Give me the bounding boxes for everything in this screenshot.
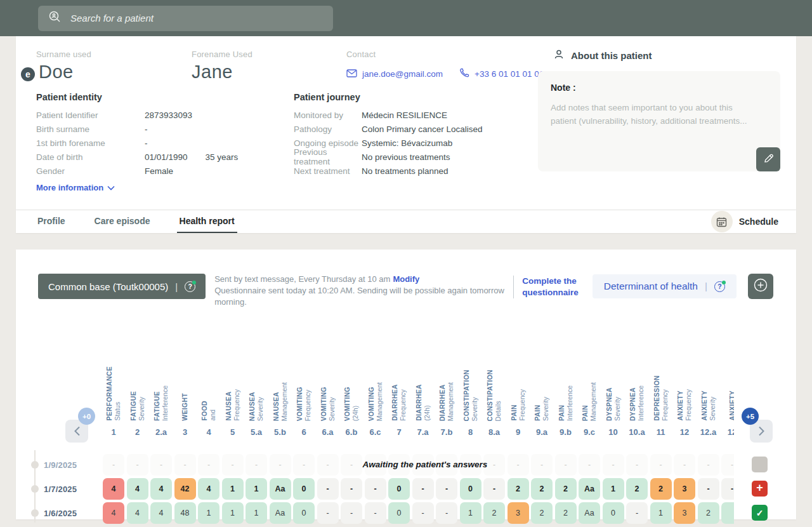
score-cell[interactable]: -	[317, 478, 339, 500]
score-cell[interactable]: 2	[483, 502, 505, 524]
patient-note-box[interactable]: Note : Add notes that seem important to …	[538, 71, 780, 171]
score-cell[interactable]: 4	[127, 502, 148, 524]
tab-care-episode[interactable]: Care episode	[92, 210, 153, 233]
score-cell[interactable]: -	[412, 502, 434, 524]
score-cell[interactable]: 4	[127, 478, 148, 500]
score-cell[interactable]: 0	[293, 502, 315, 524]
score-cell[interactable]: 1	[650, 502, 672, 524]
score-cell[interactable]: 2	[698, 502, 719, 524]
tab-health-report[interactable]: Health report	[177, 210, 237, 233]
score-cell[interactable]: 0	[293, 478, 315, 500]
score-cell[interactable]: Aa	[270, 502, 291, 524]
score-cell[interactable]: 4	[150, 502, 172, 524]
score-cell[interactable]: 1	[222, 478, 244, 500]
column-number: 5	[222, 427, 244, 437]
schedule-button[interactable]: Schedule	[711, 211, 778, 232]
score-cell[interactable]: -	[555, 454, 577, 476]
score-cell[interactable]: Aa	[579, 478, 600, 500]
score-cell[interactable]: 0	[603, 502, 624, 524]
score-cell[interactable]: -	[127, 454, 148, 476]
score-cell[interactable]: 42	[174, 478, 196, 500]
score-cell[interactable]: -	[174, 454, 196, 476]
add-questionnaire-button[interactable]	[748, 274, 773, 299]
more-information-link[interactable]: More information	[36, 183, 115, 192]
score-cell[interactable]: 3	[508, 502, 529, 524]
score-cell[interactable]: 3	[674, 478, 695, 500]
score-cell[interactable]: 2	[508, 478, 529, 500]
score-cell[interactable]: 0	[388, 502, 410, 524]
score-cell[interactable]: -	[222, 454, 244, 476]
score-cell[interactable]: -	[103, 454, 124, 476]
score-cell[interactable]: -	[365, 502, 386, 524]
score-cell[interactable]: 2	[650, 478, 672, 500]
score-cell[interactable]: -	[293, 454, 315, 476]
score-cell[interactable]: 4	[150, 478, 172, 500]
row-status-column: +✓	[752, 454, 768, 527]
score-cell[interactable]: 3	[674, 502, 695, 524]
modify-link[interactable]: Modify	[393, 274, 419, 284]
score-cell[interactable]: -	[412, 478, 434, 500]
score-cell[interactable]: -	[270, 454, 291, 476]
score-cell[interactable]: 1	[603, 478, 624, 500]
score-cell[interactable]: 2	[555, 478, 577, 500]
note-label: Note :	[551, 83, 768, 93]
score-cell[interactable]: -	[650, 454, 672, 476]
patient-phone-link[interactable]: +33 6 01 01 01 01	[475, 69, 544, 79]
row-status-ok-icon[interactable]: ✓	[752, 505, 768, 521]
score-cell[interactable]: 1	[222, 502, 244, 524]
score-cell[interactable]: -	[579, 454, 600, 476]
patient-search[interactable]	[38, 6, 333, 31]
score-cell[interactable]: -	[698, 478, 719, 500]
score-cell[interactable]: -	[483, 478, 505, 500]
score-cell[interactable]: -	[198, 454, 219, 476]
score-cell[interactable]: -	[436, 502, 457, 524]
tab-profile[interactable]: Profile	[35, 210, 68, 233]
score-cell[interactable]: 1	[246, 478, 267, 500]
score-cell[interactable]: Aa	[579, 502, 600, 524]
score-cell[interactable]: 1	[246, 502, 267, 524]
score-cell[interactable]: -	[317, 454, 339, 476]
determinant-of-health-button[interactable]: Determinant of health | ?	[593, 274, 737, 298]
score-cell[interactable]: 2	[555, 502, 577, 524]
score-cell[interactable]: Aa	[270, 478, 291, 500]
score-cell[interactable]	[721, 502, 734, 524]
score-cell[interactable]: -	[246, 454, 267, 476]
score-cell[interactable]: 1	[198, 502, 219, 524]
score-cell[interactable]: -	[531, 454, 553, 476]
score-cell[interactable]: -	[508, 454, 529, 476]
score-cell[interactable]: -	[341, 478, 362, 500]
edit-note-button[interactable]	[756, 147, 780, 171]
common-base-button[interactable]: Common base (Toutk00005) | ?	[38, 274, 206, 299]
score-cell[interactable]: -	[150, 454, 172, 476]
score-cell[interactable]: 4	[103, 478, 124, 500]
score-cell[interactable]: 0	[388, 478, 410, 500]
score-cell[interactable]: 2	[531, 502, 553, 524]
patient-forename: Jane	[192, 62, 233, 83]
row-status-alert-icon[interactable]: +	[752, 481, 768, 497]
score-cell[interactable]: -	[317, 502, 339, 524]
score-cell[interactable]: -	[365, 478, 386, 500]
score-cell[interactable]: 1	[460, 502, 481, 524]
score-cell[interactable]: 4	[103, 502, 124, 524]
score-cell[interactable]: -	[341, 502, 362, 524]
score-cell[interactable]: -	[721, 454, 734, 476]
score-cell[interactable]: -	[626, 502, 648, 524]
score-cell[interactable]: 2	[626, 478, 648, 500]
column-header: DYSPNEASeverity	[603, 387, 624, 421]
score-cell[interactable]: 4	[198, 478, 219, 500]
score-cell[interactable]: -	[626, 454, 648, 476]
row-status-pending-icon[interactable]	[752, 457, 768, 472]
search-input[interactable]	[70, 13, 323, 23]
score-cell[interactable]: -	[721, 478, 734, 500]
score-cell[interactable]: 2	[531, 478, 553, 500]
patient-email-link[interactable]: jane.doe@gmail.com	[362, 69, 443, 79]
score-cell[interactable]: -	[436, 478, 457, 500]
score-cell[interactable]: -	[674, 454, 695, 476]
score-cell[interactable]: -	[698, 454, 719, 476]
column-number: 10	[603, 427, 624, 437]
column-number: 12	[721, 427, 734, 437]
score-cell[interactable]: 48	[174, 502, 196, 524]
score-cell[interactable]: -	[603, 454, 624, 476]
complete-questionnaire-link[interactable]: Complete the questionnaire	[513, 276, 591, 298]
score-cell[interactable]: 0	[460, 478, 481, 500]
